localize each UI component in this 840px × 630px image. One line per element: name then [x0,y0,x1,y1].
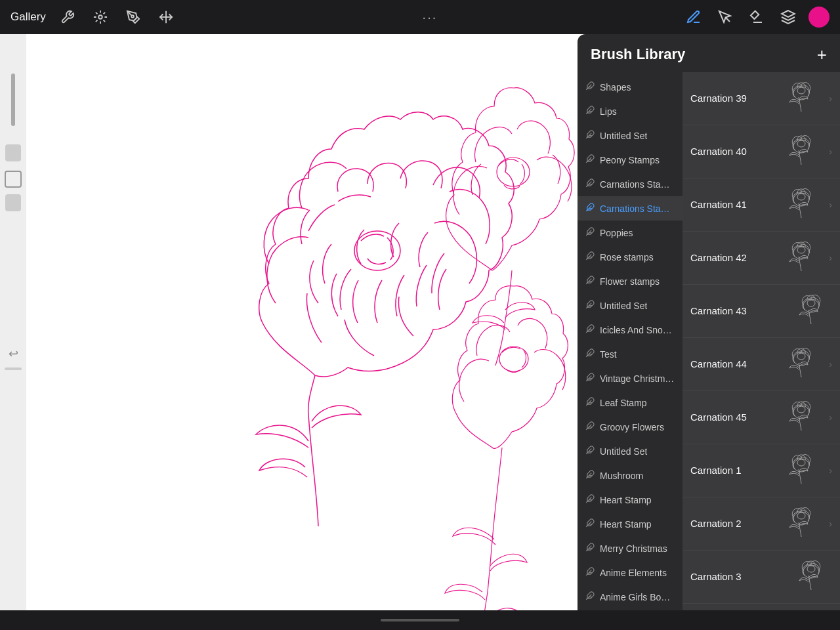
category-item-8[interactable]: Flower stamps [578,269,682,293]
brush-thumbnail [780,450,822,492]
svg-point-61 [797,247,805,253]
category-item-12[interactable]: Vintage Christmas [578,366,682,390]
color-swatch[interactable] [808,7,830,28]
category-label: Icicles And Snowflak... [600,325,675,335]
svg-point-55 [797,87,805,94]
category-item-0[interactable]: Shapes [578,75,682,99]
category-item-11[interactable]: Test [578,342,682,366]
brush-item-5[interactable]: Carnation 44 › [682,338,840,391]
svg-point-72 [803,565,819,578]
brush-thumbnail [790,290,832,332]
center-area: ··· [177,10,682,25]
ink-tool-button[interactable] [714,6,736,28]
category-label: Heart Stamp [600,519,652,530]
layers-button[interactable] [777,6,799,28]
brush-item-3[interactable]: Carnation 42 › [682,232,840,285]
category-item-3[interactable]: Peony Stamps [578,148,682,172]
adjust-tool-button[interactable] [89,6,112,28]
brush-detail-arrow[interactable]: › [829,412,832,423]
category-item-15[interactable]: Untitled Set [578,439,682,463]
brush-thumbnail [780,77,822,119]
wrench-tool-button[interactable] [56,6,79,28]
category-label: Untitled Set [600,301,647,311]
svg-marker-4 [782,10,795,17]
svg-point-54 [793,87,809,100]
brush-detail-arrow[interactable]: › [829,465,832,476]
brush-name: Carnation 2 [690,518,742,529]
svg-point-64 [793,352,809,366]
brush-name: Carnation 3 [690,571,742,582]
brush-category-icon [585,324,595,335]
svg-point-62 [803,299,819,312]
brush-thumbnail [780,237,822,279]
category-item-7[interactable]: Rose stamps [578,245,682,269]
smudge-tool-button[interactable] [122,6,144,28]
more-options-button[interactable]: ··· [423,10,438,25]
brush-category-icon [585,276,595,287]
brush-name: Carnation 45 [690,411,747,423]
category-label: Mushroom [600,471,643,481]
category-label: Groovy Flowers [600,422,664,432]
brush-name: Carnation 41 [690,199,747,210]
category-item-20[interactable]: Anime Elements [578,560,682,585]
brush-item-1[interactable]: Carnation 40 › [682,125,840,178]
brush-info: Carnation 40 [690,146,774,158]
category-item-4[interactable]: Carnations Stamps [578,172,682,196]
category-item-2[interactable]: Untitled Set [578,123,682,148]
brush-detail-arrow[interactable]: › [829,359,832,369]
category-item-6[interactable]: Poppies [578,220,682,245]
category-item-13[interactable]: Leaf Stamp [578,390,682,415]
brush-item-4[interactable]: Carnation 43 [682,285,840,338]
brush-item-6[interactable]: Carnation 45 › [682,391,840,444]
svg-point-57 [797,140,805,147]
svg-point-66 [793,406,809,419]
brush-info: Carnation 3 [690,571,784,583]
move-tool-button[interactable] [155,6,177,28]
category-label: Leaf Stamp [600,398,647,408]
category-item-14[interactable]: Groovy Flowers [578,415,682,439]
add-brush-button[interactable]: + [817,46,827,63]
brush-detail-arrow[interactable]: › [829,93,832,104]
brush-item-0[interactable]: Carnation 39 › [682,72,840,125]
brush-thumbnail [790,556,832,598]
brush-category-icon [585,251,595,262]
brush-category-icon [585,300,595,311]
brush-name: Carnation 39 [690,93,747,104]
brush-category-icon [585,154,595,165]
brush-thumbnail [780,503,822,545]
brush-detail-arrow[interactable]: › [829,518,832,529]
brush-item-7[interactable]: Carnation 1 › [682,444,840,497]
brush-item-8[interactable]: Carnation 2 › [682,497,840,551]
home-indicator[interactable] [381,619,459,621]
category-item-5[interactable]: Carnations Stamps 1 [578,196,682,220]
category-item-18[interactable]: Heart Stamp [578,512,682,536]
brush-name: Carnation 1 [690,465,742,476]
category-item-21[interactable]: Anime Girls Body Pos... [578,585,682,609]
svg-point-70 [793,512,809,525]
brush-info: Carnation 41 [690,199,774,211]
svg-point-56 [793,140,809,153]
brush-detail-arrow[interactable]: › [829,200,832,210]
brush-name: Carnation 42 [690,252,747,263]
gallery-button[interactable]: Gallery [10,10,46,24]
brush-category-icon [585,348,595,360]
svg-point-65 [797,353,805,360]
category-item-9[interactable]: Untitled Set [578,293,682,318]
brush-detail-arrow[interactable]: › [829,146,832,157]
brush-category-icon [585,494,595,505]
pen-tool-button[interactable] [682,6,705,28]
svg-point-71 [797,513,805,519]
eraser-tool-button[interactable] [746,6,768,28]
category-label: Test [600,349,617,360]
brush-item-9[interactable]: Carnation 3 [682,551,840,604]
category-item-17[interactable]: Heart Stamp [578,488,682,512]
category-item-10[interactable]: Icicles And Snowflak... [578,318,682,342]
category-item-19[interactable]: Merry Christmas [578,536,682,560]
category-label: Flower stamps [600,276,660,287]
category-item-16[interactable]: Mushroom [578,463,682,488]
brush-category-icon [585,591,595,602]
brush-detail-arrow[interactable]: › [829,253,832,263]
category-item-1[interactable]: Lips [578,99,682,123]
brush-item-2[interactable]: Carnation 41 › [682,178,840,232]
category-label: Merry Christmas [600,543,667,554]
